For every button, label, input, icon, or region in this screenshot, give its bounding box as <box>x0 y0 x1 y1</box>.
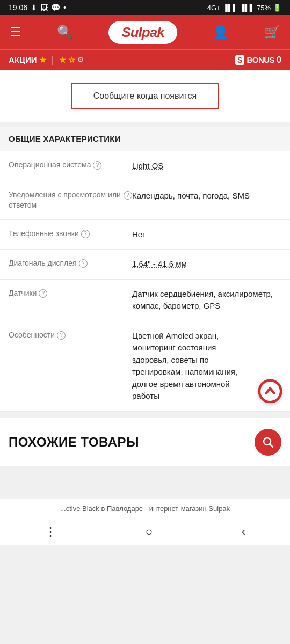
url-text: ...ctive Black в Павлодаре - интернет-ма… <box>60 504 230 513</box>
svg-point-0 <box>259 380 281 402</box>
whatsapp-icon: 💬 <box>51 3 60 12</box>
help-icon-display[interactable]: ? <box>79 259 88 268</box>
help-icon-notifications[interactable]: ? <box>124 191 132 200</box>
char-value-display: 1,64" - 41,6 мм <box>132 258 281 270</box>
stars-label: ⚙ <box>77 56 84 64</box>
battery-icon: 🔋 <box>273 4 281 12</box>
recent-apps-button[interactable]: ‹ <box>242 525 245 539</box>
nav-divider: | <box>52 54 54 65</box>
char-label-notifications: Уведомления с просмотром или ответом ? <box>9 190 132 211</box>
star-icon-3: ☆ <box>68 55 75 65</box>
char-row-os: Операционная система ? Light OS <box>0 151 290 181</box>
similar-products-section: ПОХОЖИЕ ТОВАРЫ <box>0 418 290 466</box>
status-time: 19:06 <box>9 3 27 12</box>
url-bar: ...ctive Black в Павлодаре - интернет-ма… <box>0 499 290 518</box>
promo-nav-item[interactable]: АКЦИИ ★ <box>9 55 46 65</box>
characteristics-header: ОБЩИЕ ХАРАКТЕРИСТИКИ <box>0 127 290 151</box>
notify-button[interactable]: Сообщите когда появится <box>71 83 219 109</box>
logo-text: Sulpak <box>121 24 164 41</box>
account-icon[interactable]: 👤 <box>213 25 229 40</box>
bottom-nav: ⋮ ○ ‹ <box>0 518 290 545</box>
status-bar: 19:06 ⬇ 🖼 💬 • 4G+ ▐▌▌ ▐▌▌ 75% 🔋 <box>0 0 290 15</box>
char-row-sensors: Датчики ? Датчик сердцебиения, аксилиром… <box>0 280 290 321</box>
bonus-section[interactable]: S BONUS 0 <box>235 55 281 65</box>
network-label: 4G+ <box>207 4 221 12</box>
similar-title: ПОХОЖИЕ ТОВАРЫ <box>9 435 139 450</box>
sub-nav: АКЦИИ ★ | ★ ☆ ⚙ S BONUS 0 <box>0 49 290 70</box>
char-label-features: Особенности ? <box>9 330 132 341</box>
dot-icon: • <box>63 3 66 12</box>
signal-icon: ▐▌▌ <box>223 4 238 12</box>
help-icon-os[interactable]: ? <box>93 161 102 170</box>
bonus-count: 0 <box>277 55 281 65</box>
promo-label: АКЦИИ <box>9 55 37 64</box>
help-icon-calls[interactable]: ? <box>81 230 90 238</box>
char-row-features: Особенности ? Цветной Amoled экран, мони… <box>0 321 290 412</box>
star-icon-2: ★ <box>59 55 66 65</box>
search-icon[interactable]: 🔍 <box>57 25 73 40</box>
char-value-calls: Нет <box>132 229 281 241</box>
menu-icon[interactable]: ☰ <box>10 25 21 40</box>
bonus-label: BONUS <box>247 55 274 64</box>
stars-nav-item[interactable]: ★ ☆ ⚙ <box>59 55 84 65</box>
cart-icon[interactable]: 🛒 <box>264 25 280 40</box>
char-value-sensors: Датчик сердцебиения, аксилирометр, компа… <box>132 288 281 312</box>
char-value-notifications: Календарь, почта, погода, SMS <box>132 190 281 202</box>
svg-line-2 <box>270 444 273 447</box>
char-label-display: Диагональ дисплея ? <box>9 258 132 269</box>
characteristics-section: ОБЩИЕ ХАРАКТЕРИСТИКИ Операционная систем… <box>0 127 290 412</box>
bonus-s-label: S <box>235 55 244 65</box>
back-button[interactable]: ⋮ <box>45 525 56 539</box>
signal-icon2: ▐▌▌ <box>240 4 255 12</box>
char-row-calls: Телефонные звонки ? Нет <box>0 220 290 250</box>
char-row-display: Диагональ дисплея ? 1,64" - 41,6 мм <box>0 250 290 280</box>
top-nav: ☰ 🔍 Sulpak 👤 🛒 <box>0 15 290 49</box>
image-icon: 🖼 <box>40 3 48 12</box>
home-button[interactable]: ○ <box>146 525 153 539</box>
char-label-calls: Телефонные звонки ? <box>9 229 132 239</box>
scroll-up-button[interactable] <box>258 379 282 404</box>
help-icon-features[interactable]: ? <box>57 331 66 340</box>
download-icon: ⬇ <box>31 3 37 12</box>
notify-section: Сообщите когда появится <box>0 70 290 122</box>
star-icon: ★ <box>39 55 46 65</box>
char-label-os: Операционная система ? <box>9 160 132 171</box>
battery-label: 75% <box>257 4 271 12</box>
logo[interactable]: Sulpak <box>108 21 177 44</box>
char-value-features: Цветной Amoled экран, мониторинг состоян… <box>132 330 252 402</box>
char-value-os: Light OS <box>132 160 281 172</box>
char-label-sensors: Датчики ? <box>9 288 132 299</box>
help-icon-sensors[interactable]: ? <box>39 289 47 298</box>
similar-search-button[interactable] <box>255 429 281 456</box>
char-row-notifications: Уведомления с просмотром или ответом ? К… <box>0 181 290 220</box>
